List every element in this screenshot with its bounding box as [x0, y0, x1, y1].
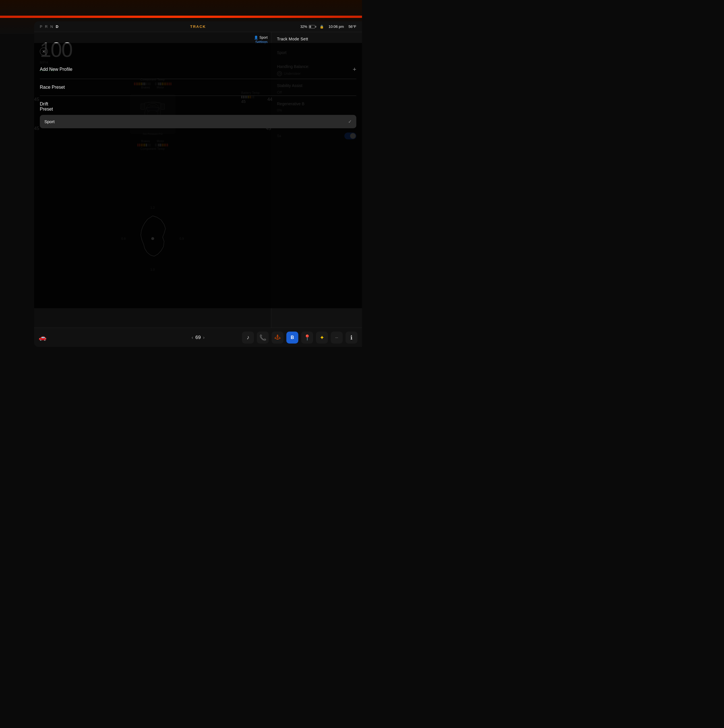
- add-profile-icon: +: [353, 66, 356, 73]
- track-mode-label: TRACK: [190, 24, 206, 29]
- battery-status: 32%: [300, 25, 315, 29]
- sport-dropdown: Sport ✓: [40, 115, 356, 128]
- joystick-symbol: 🕹: [275, 334, 280, 341]
- screen-inner: 👤 Sport Settings 100 MPH ⟵⟹ Component Te…: [34, 32, 362, 327]
- race-preset-label: Race Preset: [40, 85, 65, 90]
- battery-icon: [309, 25, 315, 28]
- status-left: P R N D: [40, 24, 59, 29]
- phone-symbol: 📞: [259, 334, 266, 341]
- star-symbol: ✦: [320, 334, 324, 341]
- add-new-profile-item[interactable]: Add New Profile +: [40, 60, 356, 79]
- taskbar-center: ‹ 69 ›: [192, 335, 205, 340]
- chevron-left-icon[interactable]: ‹: [192, 335, 193, 340]
- car-icon-taskbar: 🚗: [39, 334, 46, 341]
- gear-indicator: P R N D: [40, 24, 59, 29]
- info-icon-button[interactable]: ℹ: [346, 332, 357, 344]
- chevron-right-icon[interactable]: ›: [203, 335, 204, 340]
- info-symbol: ℹ: [351, 334, 353, 341]
- taskbar: 🚗 ‹ 69 › ♪ 📞 🕹 B 📍 ✦: [34, 327, 362, 347]
- sport-checkmark: ✓: [348, 119, 352, 124]
- race-preset-item[interactable]: Race Preset: [40, 79, 356, 96]
- music-icon-button[interactable]: ♪: [242, 332, 254, 344]
- music-symbol: ♪: [246, 334, 249, 341]
- drift-preset-label: Drift Preset: [40, 101, 61, 112]
- modal-items: Add New Profile + Race Preset Drift Pres…: [34, 60, 362, 131]
- taskbar-left: 🚗: [39, 334, 46, 341]
- map-icon-button[interactable]: 📍: [301, 332, 313, 344]
- taskbar-right: ♪ 📞 🕹 B 📍 ✦ ··· ℹ: [242, 332, 357, 344]
- user-icon: 👤: [254, 35, 258, 40]
- sport-option[interactable]: Sport ✓: [40, 115, 356, 128]
- more-symbol: ···: [335, 336, 338, 340]
- bluetooth-icon-button[interactable]: B: [286, 332, 298, 344]
- red-stripe-accent: [0, 16, 362, 18]
- more-icon-button[interactable]: ···: [331, 332, 343, 344]
- status-bar: P R N D TRACK 32% 🔒 10:06 pm 56°F: [34, 21, 362, 32]
- status-right: 32% 🔒 10:06 pm 56°F: [300, 24, 356, 29]
- phone-icon-button[interactable]: 📞: [257, 332, 269, 344]
- main-screen: P R N D TRACK 32% 🔒 10:06 pm 56°F 👤 Sp: [34, 21, 362, 347]
- bluetooth-symbol: B: [291, 335, 294, 340]
- battery-fill: [309, 26, 311, 28]
- user-name-row: 👤 Sport: [254, 35, 268, 40]
- battery-percentage: 32%: [300, 25, 307, 29]
- add-new-profile-label: Add New Profile: [40, 67, 72, 72]
- star-icon-button[interactable]: ✦: [316, 332, 328, 344]
- close-button[interactable]: ×: [40, 47, 48, 55]
- settings-title: Track Mode Sett: [277, 37, 356, 41]
- map-symbol: 📍: [304, 334, 311, 341]
- temperature-display: 56°F: [348, 24, 356, 29]
- time-display: 10:06 pm: [328, 24, 344, 29]
- joystick-icon-button[interactable]: 🕹: [272, 332, 283, 344]
- user-name-text: Sport: [259, 35, 268, 40]
- modal-header: ×: [34, 43, 362, 60]
- drift-preset-item[interactable]: Drift Preset: [40, 96, 356, 118]
- odometer-value: 69: [195, 335, 201, 340]
- sport-option-label: Sport: [44, 119, 55, 124]
- profile-modal: × Add New Profile + Race Preset Drift Pr…: [34, 43, 362, 308]
- lock-icon: 🔒: [320, 25, 324, 29]
